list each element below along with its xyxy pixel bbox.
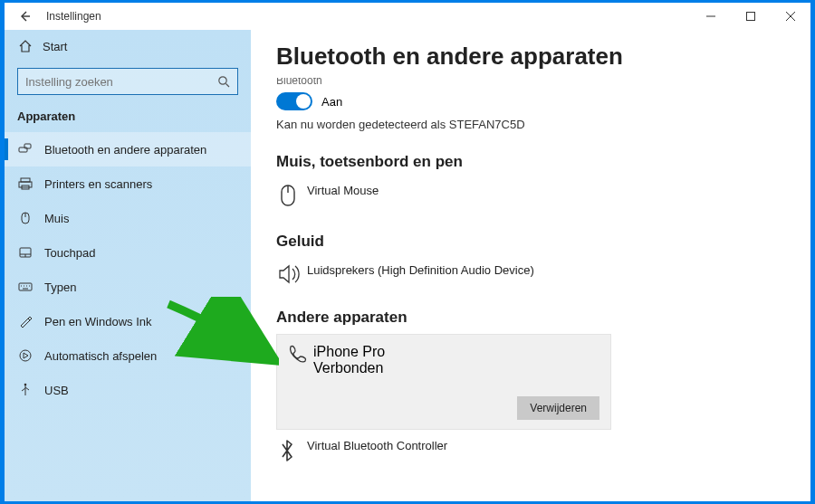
autoplay-icon bbox=[17, 348, 34, 363]
sidebar-item-label: Touchpad bbox=[44, 246, 95, 260]
mouse-icon bbox=[276, 184, 307, 209]
touchpad-icon bbox=[17, 245, 34, 260]
maximize-button[interactable] bbox=[731, 3, 771, 30]
device-name: Virtual Bluetooth Controller bbox=[307, 439, 447, 452]
home-label: Start bbox=[43, 40, 67, 53]
home-button[interactable]: Start bbox=[5, 33, 251, 59]
bluetooth-toggle[interactable] bbox=[276, 92, 312, 110]
sidebar-item-typing[interactable]: Typen bbox=[5, 270, 251, 304]
svg-rect-9 bbox=[19, 283, 32, 290]
search-icon bbox=[217, 75, 230, 88]
device-status: Verbonden bbox=[313, 360, 385, 376]
section-audio: Geluid bbox=[276, 233, 785, 251]
window-title: Instellingen bbox=[46, 10, 101, 23]
sidebar-item-label: Pen en Windows Ink bbox=[44, 315, 152, 328]
bluetooth-label: Bluetooth bbox=[276, 78, 785, 87]
minimize-icon bbox=[706, 12, 715, 21]
sidebar-item-label: Muis bbox=[44, 212, 69, 225]
pen-icon bbox=[17, 314, 34, 328]
back-button[interactable] bbox=[12, 4, 37, 29]
device-row[interactable]: Luidsprekers (High Definition Audio Devi… bbox=[276, 258, 785, 301]
selected-device-card[interactable]: iPhone Pro Verbonden Verwijderen bbox=[276, 334, 611, 430]
sidebar-item-label: Bluetooth en andere apparaten bbox=[44, 143, 206, 157]
sidebar-item-bluetooth[interactable]: Bluetooth en andere apparaten bbox=[5, 132, 251, 166]
section-other: Andere apparaten bbox=[276, 309, 785, 327]
device-name: Luidsprekers (High Definition Audio Devi… bbox=[307, 263, 534, 277]
device-row[interactable]: Virtual Bluetooth Controller bbox=[276, 430, 785, 479]
usb-icon bbox=[17, 383, 34, 397]
sidebar-item-label: Printers en scanners bbox=[44, 177, 152, 191]
sidebar-category: Apparaten bbox=[5, 106, 251, 132]
mouse-icon bbox=[17, 211, 34, 225]
speaker-icon bbox=[276, 263, 307, 285]
sidebar-item-pen[interactable]: Pen en Windows Ink bbox=[5, 304, 251, 338]
section-mouse-kb-pen: Muis, toetsenbord en pen bbox=[276, 153, 785, 171]
toggle-state-label: Aan bbox=[321, 95, 342, 109]
keyboard-icon bbox=[17, 280, 34, 294]
printer-icon bbox=[17, 176, 34, 191]
sidebar-item-printers[interactable]: Printers en scanners bbox=[5, 166, 251, 201]
devices-icon bbox=[17, 142, 34, 157]
svg-point-11 bbox=[24, 384, 27, 386]
sidebar-item-label: Typen bbox=[44, 281, 76, 294]
bluetooth-icon bbox=[276, 439, 307, 462]
titlebar: Instellingen bbox=[5, 3, 810, 30]
sidebar-item-touchpad[interactable]: Touchpad bbox=[5, 235, 251, 270]
search-input[interactable] bbox=[25, 75, 217, 89]
arrow-left-icon bbox=[18, 10, 31, 23]
device-row[interactable]: Virtual Mouse bbox=[276, 178, 785, 225]
close-icon bbox=[786, 12, 795, 21]
phone-icon bbox=[286, 344, 313, 376]
page-title: Bluetooth en andere apparaten bbox=[276, 43, 785, 71]
sidebar-nav: Bluetooth en andere apparaten Printers e… bbox=[5, 132, 251, 407]
sidebar-item-mouse[interactable]: Muis bbox=[5, 201, 251, 235]
home-icon bbox=[17, 39, 34, 53]
svg-rect-4 bbox=[21, 178, 30, 182]
device-name: iPhone Pro bbox=[313, 344, 385, 360]
minimize-button[interactable] bbox=[691, 3, 731, 30]
svg-rect-0 bbox=[747, 13, 755, 21]
close-button[interactable] bbox=[771, 3, 810, 30]
sidebar-item-label: Automatisch afspelen bbox=[44, 349, 157, 363]
svg-rect-5 bbox=[19, 182, 32, 187]
content-pane: Bluetooth en andere apparaten Bluetooth … bbox=[251, 30, 810, 501]
maximize-icon bbox=[746, 12, 755, 21]
sidebar-item-usb[interactable]: USB bbox=[5, 373, 251, 407]
device-name: Virtual Mouse bbox=[307, 184, 379, 197]
sidebar: Start Apparaten Bluetooth en andere appa… bbox=[5, 30, 251, 501]
remove-device-button[interactable]: Verwijderen bbox=[517, 396, 599, 420]
settings-window: Instellingen Start Apparaten bbox=[5, 3, 810, 501]
sidebar-item-label: USB bbox=[44, 384, 69, 397]
sidebar-item-autoplay[interactable]: Automatisch afspelen bbox=[5, 338, 251, 373]
svg-point-10 bbox=[20, 350, 31, 361]
search-box[interactable] bbox=[17, 68, 238, 95]
svg-point-1 bbox=[219, 77, 226, 84]
discoverable-text: Kan nu worden gedetecteerd als STEFAN7C5… bbox=[276, 118, 785, 131]
